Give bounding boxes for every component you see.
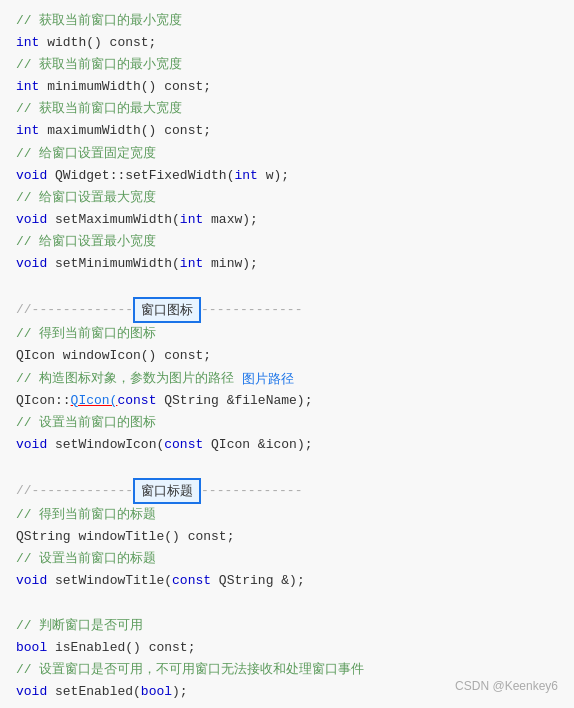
- code-line: // 判断窗口是否可用: [16, 615, 558, 637]
- keyword: int: [16, 76, 39, 98]
- comment-text: // 给窗口设置最大宽度: [16, 187, 156, 209]
- comment-text: // 判断窗口是否可用: [16, 615, 143, 637]
- code-line: void QWidget::setFixedWidth(int w);: [16, 165, 558, 187]
- code-line: [16, 275, 558, 297]
- code-line: void setWindowIcon(const QIcon &icon);: [16, 434, 558, 456]
- comment-text: // 设置当前窗口的图标: [16, 412, 156, 434]
- code-text: setMinimumWidth(: [47, 253, 180, 275]
- separator-window-icon: //------------- 窗口图标 -------------: [16, 297, 558, 323]
- code-line: // 获取当前窗口的最小宽度: [16, 10, 558, 32]
- keyword: void: [16, 570, 47, 592]
- keyword: bool: [141, 681, 172, 703]
- comment-text: // 设置当前窗口的标题: [16, 548, 156, 570]
- code-line: int minimumWidth() const;: [16, 76, 558, 98]
- code-line: // 得到当前窗口的图标: [16, 323, 558, 345]
- code-line: // 给窗口设置最小宽度: [16, 231, 558, 253]
- code-text: minw);: [203, 253, 258, 275]
- comment-text: // 获取当前窗口的最小宽度: [16, 10, 182, 32]
- code-line: // 设置当前窗口的图标: [16, 412, 558, 434]
- code-text: maxw);: [203, 209, 258, 231]
- code-text: QString &fileName);: [156, 390, 312, 412]
- code-container: // 获取当前窗口的最小宽度 int width() const; // 获取当…: [0, 0, 574, 708]
- code-line: // 获取当前窗口的最大宽度: [16, 98, 558, 120]
- keyword: const: [117, 390, 156, 412]
- code-text: setWindowTitle(: [47, 570, 172, 592]
- code-text: maximumWidth() const;: [39, 120, 211, 142]
- code-line: // 获取当前窗口的最小宽度: [16, 54, 558, 76]
- comment-text: // 获取当前窗口的最小宽度: [16, 54, 182, 76]
- comment-text: // 获取当前窗口的最大宽度: [16, 98, 182, 120]
- code-text: minimumWidth() const;: [39, 76, 211, 98]
- code-text: setEnabled(: [47, 681, 141, 703]
- code-line: QIcon::QIcon(const QString &fileName);: [16, 390, 558, 412]
- keyword: bool: [16, 637, 47, 659]
- separator-dashes-right: -------------: [201, 299, 302, 321]
- code-line: [16, 592, 558, 614]
- keyword: void: [16, 253, 47, 275]
- comment-text: // 得到当前窗口的图标: [16, 323, 156, 345]
- code-text: width() const;: [39, 32, 156, 54]
- code-text: setMaximumWidth(: [47, 209, 180, 231]
- code-line: // 设置当前窗口的标题: [16, 548, 558, 570]
- code-line: QString windowTitle() const;: [16, 526, 558, 548]
- code-line: int width() const;: [16, 32, 558, 54]
- watermark: CSDN @Keenkey6: [455, 676, 558, 696]
- code-text: QString &);: [211, 570, 305, 592]
- code-text: QIcon::: [16, 390, 71, 412]
- code-line: QIcon windowIcon() const;: [16, 345, 558, 367]
- code-text: QWidget::setFixedWidth(: [47, 165, 234, 187]
- comment-text: // 设置窗口是否可用，不可用窗口无法接收和处理窗口事件: [16, 659, 364, 681]
- keyword: int: [180, 209, 203, 231]
- separator-dashes-left: //-------------: [16, 299, 133, 321]
- keyword: int: [16, 120, 39, 142]
- code-text: w);: [258, 165, 289, 187]
- code-line: void setMinimumWidth(int minw);: [16, 253, 558, 275]
- keyword: void: [16, 434, 47, 456]
- code-text: QIcon windowIcon() const;: [16, 345, 211, 367]
- comment-text: // 构造图标对象，参数为图片的路径: [16, 368, 242, 390]
- code-text: isEnabled() const;: [47, 637, 195, 659]
- keyword: void: [16, 209, 47, 231]
- separator-dashes-right: -------------: [201, 480, 302, 502]
- code-text: QString windowTitle() const;: [16, 526, 234, 548]
- comment-text: // 得到当前窗口的标题: [16, 504, 156, 526]
- keyword: int: [180, 253, 203, 275]
- code-line: // 构造图标对象，参数为图片的路径 图片路径: [16, 368, 558, 390]
- code-text: QIcon &icon);: [203, 434, 312, 456]
- keyword: const: [172, 570, 211, 592]
- code-line: int maximumWidth() const;: [16, 120, 558, 142]
- highlighted-constructor: QIcon(: [71, 390, 118, 412]
- highlight-label-icon: 窗口图标: [133, 297, 201, 323]
- code-line: bool isEnabled() const;: [16, 637, 558, 659]
- code-line: void setMaximumWidth(int maxw);: [16, 209, 558, 231]
- keyword: int: [234, 165, 257, 187]
- keyword: void: [16, 681, 47, 703]
- keyword: int: [16, 32, 39, 54]
- keyword: const: [164, 434, 203, 456]
- code-line: // 给窗口设置最大宽度: [16, 187, 558, 209]
- link-image-path[interactable]: 图片路径: [242, 368, 294, 390]
- code-line: // 给窗口设置固定宽度: [16, 143, 558, 165]
- code-line: void setWindowTitle(const QString &);: [16, 570, 558, 592]
- comment-text: // 给窗口设置固定宽度: [16, 143, 156, 165]
- separator-window-title: //------------- 窗口标题 -------------: [16, 478, 558, 504]
- separator-dashes-left: //-------------: [16, 480, 133, 502]
- code-text: setWindowIcon(: [47, 434, 164, 456]
- keyword: void: [16, 165, 47, 187]
- code-line: // 得到当前窗口的标题: [16, 504, 558, 526]
- highlight-label-title: 窗口标题: [133, 478, 201, 504]
- code-text: );: [172, 681, 188, 703]
- comment-text: // 给窗口设置最小宽度: [16, 231, 156, 253]
- code-line: [16, 456, 558, 478]
